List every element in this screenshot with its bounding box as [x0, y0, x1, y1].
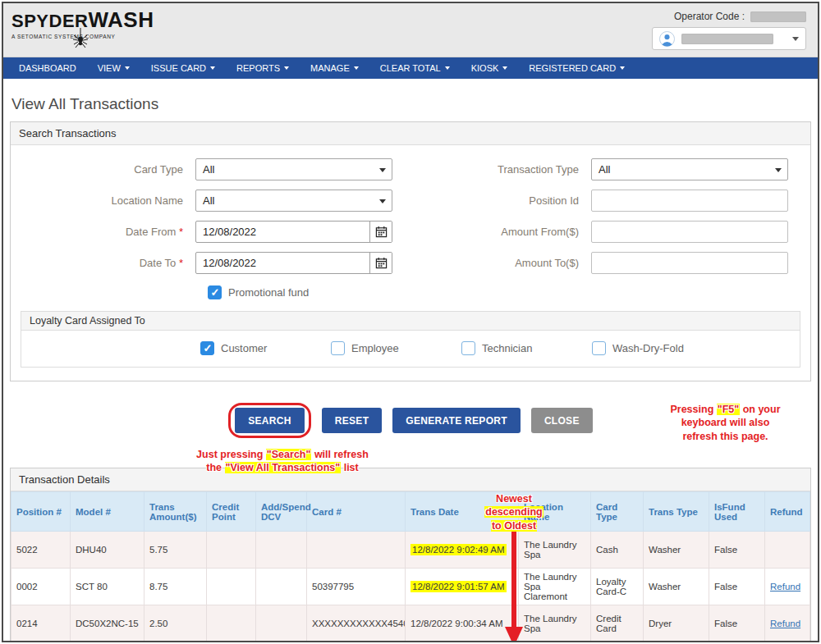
- col-card-type: Card Type: [591, 492, 644, 532]
- page-content: View All Transactions Search Transaction…: [3, 95, 818, 642]
- wash-dry-fold-label: Wash-Dry-Fold: [612, 342, 684, 354]
- date-to-value: 12/08/2022: [196, 253, 369, 273]
- position-id-label: Position Id: [410, 194, 591, 207]
- refund-link[interactable]: Refund: [770, 619, 800, 628]
- col-credit-point: Credit Point: [207, 492, 256, 532]
- cell-trans-date: 12/8/2022 9:01:57 AM: [406, 569, 519, 605]
- date-from-input[interactable]: 12/08/2022: [195, 221, 392, 243]
- position-id-input[interactable]: [591, 190, 788, 212]
- card-type-label: Card Type: [11, 163, 195, 176]
- cell-position: 5022: [11, 532, 71, 569]
- cell-model: DHU40: [71, 532, 144, 569]
- nav-item-view[interactable]: VIEW: [87, 57, 140, 79]
- cell-card-type: Cash: [591, 532, 644, 569]
- cell-location: The Laundry Spa: [519, 605, 591, 642]
- required-asterisk: *: [179, 226, 183, 238]
- chevron-down-icon: [502, 66, 507, 70]
- transaction-type-value: All: [599, 163, 610, 176]
- operator-code-redacted: [750, 11, 806, 22]
- search-button-annotation-ring: SEARCH: [228, 403, 310, 438]
- search-form: Card Type All Transaction Type All: [11, 145, 810, 381]
- nav-item-clear-total[interactable]: CLEAR TOTAL: [369, 57, 461, 79]
- transaction-details-panel: Transaction Details Position # Model # T…: [10, 468, 811, 642]
- transaction-type-select[interactable]: All: [591, 158, 788, 180]
- close-button[interactable]: CLOSE: [531, 408, 593, 433]
- cell-position: 0214: [11, 605, 71, 642]
- cell-card: 50397795: [307, 569, 406, 605]
- transactions-table: Position # Model # Trans Amount($) Credi…: [11, 491, 810, 642]
- amount-from-input[interactable]: [591, 221, 788, 243]
- transaction-type-label: Transaction Type: [410, 163, 591, 176]
- calendar-icon[interactable]: [369, 222, 392, 242]
- date-to-label: Date To *: [11, 257, 195, 269]
- app-header: SPYDERWASH A SETOMATIC SYSTEMS COMPANY O…: [3, 3, 818, 57]
- cell-add-spend-dcv: [256, 569, 307, 605]
- cell-position: 0002: [11, 569, 71, 605]
- nav-item-kiosk[interactable]: KIOSK: [461, 57, 519, 79]
- cell-location: The Laundry Spa Claremont: [519, 569, 591, 605]
- date-from-label: Date From *: [11, 226, 195, 238]
- cell-card-type: Credit Card: [591, 605, 644, 642]
- table-row: 5022 DHU40 5.75 12/8/2022 9:02:49 AM The…: [11, 532, 810, 569]
- user-menu-dropdown[interactable]: [652, 27, 806, 50]
- employee-label: Employee: [351, 342, 399, 354]
- cell-isfund-used: False: [709, 532, 765, 569]
- annotation-sort-order-note: Newest descending to Oldest: [468, 492, 560, 532]
- nav-item-issue-card[interactable]: ISSUE CARD: [140, 57, 226, 79]
- reset-button[interactable]: RESET: [322, 408, 383, 433]
- cell-refund: [765, 532, 810, 569]
- cell-card-type: Loyalty Card-C: [591, 569, 644, 605]
- amount-to-label: Amount To($): [410, 257, 591, 269]
- cell-credit-point: [207, 605, 256, 642]
- wash-dry-fold-checkbox[interactable]: [592, 341, 606, 355]
- table-row: 0002 SCT 80 8.75 50397795 12/8/2022 9:01…: [11, 569, 810, 605]
- col-trans-amount: Trans Amount($): [144, 492, 207, 532]
- cell-credit-point: [207, 569, 256, 605]
- cell-location: The Laundry Spa: [519, 532, 591, 569]
- amount-to-input[interactable]: [591, 252, 788, 274]
- col-card: Card #: [307, 492, 406, 532]
- promotional-fund-checkbox[interactable]: [208, 285, 222, 299]
- chevron-down-icon: [379, 168, 386, 172]
- location-name-label: Location Name: [11, 194, 195, 207]
- nav-item-manage[interactable]: MANAGE: [300, 57, 369, 79]
- generate-report-button[interactable]: GENERATE REPORT: [392, 408, 521, 433]
- annotation-search-note: Just pressing "Search" will refresh the …: [176, 448, 389, 475]
- nav-item-reports[interactable]: REPORTS: [226, 57, 300, 79]
- page-title: View All Transactions: [11, 95, 811, 113]
- chevron-down-icon: [620, 66, 625, 70]
- technician-checkbox[interactable]: [461, 341, 475, 355]
- refund-link[interactable]: Refund: [770, 582, 800, 591]
- cell-refund: Refund: [765, 569, 810, 605]
- cell-trans-type: Washer: [644, 569, 709, 605]
- cell-trans-date: 12/8/2022 9:02:49 AM: [406, 532, 519, 569]
- date-to-input[interactable]: 12/08/2022: [195, 252, 392, 274]
- calendar-icon[interactable]: [369, 253, 392, 273]
- customer-label: Customer: [221, 342, 267, 354]
- col-isfund-used: IsFund Used: [709, 492, 765, 532]
- col-refund: Refund: [765, 492, 810, 532]
- card-type-value: All: [203, 163, 214, 176]
- customer-checkbox[interactable]: [200, 341, 214, 355]
- location-name-value: All: [203, 194, 214, 207]
- technician-label: Technician: [482, 342, 532, 354]
- employee-checkbox[interactable]: [331, 341, 345, 355]
- nav-item-registered-card[interactable]: REGISTERED CARD: [518, 57, 635, 79]
- cell-trans-type: Dryer: [644, 605, 709, 642]
- nav-item-dashboard[interactable]: DASHBOARD: [8, 57, 87, 79]
- chevron-down-icon: [792, 37, 799, 41]
- location-name-select[interactable]: All: [195, 190, 392, 212]
- cell-credit-point: [207, 532, 256, 569]
- search-button[interactable]: SEARCH: [235, 408, 304, 433]
- col-model: Model #: [71, 492, 144, 532]
- user-avatar-icon: [659, 31, 675, 47]
- promotional-fund-label: Promotional fund: [228, 286, 309, 299]
- details-panel-title: Transaction Details: [11, 468, 810, 491]
- cell-isfund-used: False: [709, 605, 765, 642]
- operator-code-row: Operator Code :: [674, 11, 806, 22]
- cell-add-spend-dcv: [256, 532, 307, 569]
- user-name-redacted: [681, 34, 773, 44]
- cell-add-spend-dcv: [256, 605, 307, 642]
- required-asterisk: *: [179, 257, 183, 269]
- card-type-select[interactable]: All: [195, 158, 392, 180]
